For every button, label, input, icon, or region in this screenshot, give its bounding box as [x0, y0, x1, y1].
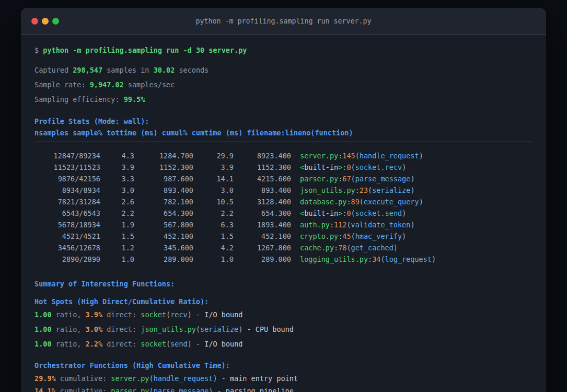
efficiency-value: 99.5% [124, 95, 145, 103]
cumtime-cell: 8923.400 [234, 150, 291, 162]
close-paren: ) [410, 186, 414, 194]
colon: : [330, 221, 334, 229]
sample-rate-unit: samples/sec [128, 80, 175, 89]
nsamples-cell: 11523/11523 [34, 162, 100, 173]
colon: : [355, 186, 360, 194]
close-paren: ) [238, 325, 242, 333]
terminal-window: python -m profiling.sampling run server.… [21, 8, 546, 392]
ratio-value: 1.00 [34, 310, 52, 319]
filename: json_utils.py [141, 325, 196, 333]
hot-spot-note: - I/O bound [196, 310, 242, 319]
cumtime-cell: 654.300 [234, 207, 291, 219]
orchestrator-note: - main entry point [222, 374, 298, 383]
function-name: parse_message [154, 387, 209, 392]
function-name: handle_request [360, 152, 419, 160]
open-paren: ( [346, 244, 351, 252]
function-cell: auth.py:112(validate_token) [300, 219, 415, 230]
nsamples-cell: 4521/4521 [34, 230, 100, 242]
cumulative-pct-value: 14.1% [34, 387, 56, 392]
open-paren: ( [149, 387, 153, 392]
sample-pct-cell: 1.2 [100, 242, 134, 253]
maximize-button-icon[interactable] [52, 18, 59, 25]
cumul-pct-cell: 2.2 [193, 207, 234, 219]
table-row: 2890/28901.0289.0001.0289.000logging_uti… [34, 253, 533, 265]
nsamples-cell: 12847/89234 [34, 150, 100, 162]
hot-spot-item: 1.00 ratio, 3.0% direct: json_utils.py(s… [34, 325, 533, 334]
tottime-cell: 654.300 [134, 207, 193, 219]
filename: parser.py [111, 387, 149, 392]
line-number: 23 [360, 186, 368, 194]
table-row: 8934/89343.0893.4003.0893.400json_utils.… [34, 185, 533, 196]
close-paren: ) [410, 221, 414, 229]
minimize-button-icon[interactable] [42, 18, 49, 25]
ratio-label: ratio, [56, 340, 82, 348]
cumtime-cell: 452.100 [234, 230, 291, 242]
filename: parser.py [300, 175, 338, 183]
function-name: recv [170, 310, 188, 319]
sample-pct-cell: 3.9 [100, 162, 134, 173]
table-row: 7821/312842.6782.10010.53128.400database… [34, 196, 533, 207]
open-paren: ( [355, 152, 360, 160]
command-line: $ python -m profiling.sampling run -d 30… [34, 45, 533, 55]
direct-pct-value: 2.2% [86, 340, 103, 348]
colon: : [346, 198, 351, 206]
cumul-pct-cell: 29.9 [193, 150, 234, 162]
nsamples-cell: 7821/31284 [34, 196, 100, 207]
function-name: execute_query [364, 198, 419, 206]
close-paren: ) [188, 340, 192, 348]
direct-label: direct: [107, 310, 136, 319]
sample-pct-cell: 1.0 [100, 253, 134, 265]
builtin-filename: built-in [304, 163, 338, 171]
line-number: 145 [342, 152, 355, 160]
close-paren: ) [213, 374, 217, 383]
angle-bracket: < [300, 209, 304, 217]
title-bar[interactable]: python -m profiling.sampling run server.… [21, 8, 546, 35]
sample-pct-cell: 3.0 [100, 185, 134, 196]
cumtime-cell: 4215.600 [234, 173, 291, 185]
cumul-pct-cell: 10.5 [193, 196, 234, 207]
captured-line: Captured 298,547 samples in 30.02 second… [34, 65, 533, 75]
line-number: 0 [346, 163, 351, 171]
cumtime-cell: 3128.400 [234, 196, 291, 207]
ratio-label: ratio, [56, 325, 82, 333]
nsamples-cell: 2890/2890 [34, 253, 100, 265]
close-paren: ) [410, 175, 414, 183]
sample-rate-value: 9,947.02 [90, 80, 124, 89]
function-name: handle_request [154, 374, 213, 383]
filename: server.py [300, 152, 338, 160]
function-cell: <built-in>:0(socket.recv) [300, 162, 406, 173]
hot-spot-note: - I/O bound [196, 340, 242, 348]
function-cell: database.py:89(execute_query) [300, 196, 423, 207]
profile-stats-heading: Profile Stats (Mode: wall): [34, 117, 533, 126]
hot-spots-heading: Hot Spots (High Direct/Cumulative Ratio)… [34, 297, 533, 306]
sample-pct-cell: 2.2 [100, 207, 134, 219]
close-button-icon[interactable] [31, 18, 38, 25]
nsamples-cell: 5678/18934 [34, 219, 100, 230]
hot-spot-item: 1.00 ratio, 3.9% direct: socket(recv) - … [34, 310, 533, 319]
colon: : [368, 255, 372, 263]
sample-pct-cell: 2.6 [100, 196, 134, 207]
cumtime-cell: 289.000 [234, 253, 291, 265]
nsamples-cell: 8934/8934 [34, 185, 100, 196]
tottime-cell: 893.400 [134, 185, 193, 196]
function-name: send [170, 340, 188, 348]
close-paren: ) [402, 209, 406, 217]
open-paren: ( [351, 232, 355, 240]
close-paren: ) [419, 152, 423, 160]
function-cell: parser.py:67(parse_message) [300, 173, 415, 185]
sample-rate-label: Sample rate: [34, 80, 86, 89]
table-divider [34, 142, 533, 142]
tottime-cell: 1152.300 [134, 162, 193, 173]
nsamples-cell: 9876/42156 [34, 173, 100, 185]
function-name: socket.send [355, 209, 402, 217]
open-paren: ( [368, 186, 372, 194]
function-cell: json_utils.py:23(serialize) [300, 185, 415, 196]
close-paren: ) [402, 163, 406, 171]
filename: server.py [111, 374, 149, 383]
builtin-filename: built-in [304, 209, 338, 217]
open-paren: ( [166, 310, 170, 319]
direct-pct-value: 3.0% [86, 325, 103, 333]
tottime-cell: 782.100 [134, 196, 193, 207]
cumulative-label: cumulative: [60, 374, 107, 383]
nsamples-cell: 6543/6543 [34, 207, 100, 219]
